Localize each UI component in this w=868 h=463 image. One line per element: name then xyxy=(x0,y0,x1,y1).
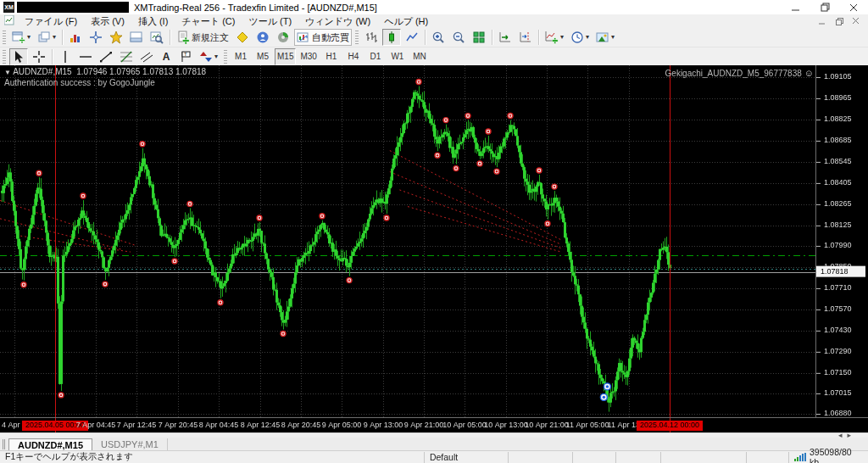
chart-window-icon xyxy=(4,15,14,27)
terminal-button[interactable] xyxy=(127,29,146,46)
divider xyxy=(492,30,492,45)
bar-chart-button[interactable] xyxy=(362,29,381,46)
divider xyxy=(52,49,53,64)
crosshair-tool-button[interactable] xyxy=(30,48,48,65)
svg-text:T: T xyxy=(184,52,187,57)
autotrading-label: 自動売買 xyxy=(312,31,349,44)
candlestick-chart-button[interactable] xyxy=(382,29,401,46)
child-restore-button[interactable] xyxy=(831,15,848,27)
menu-view[interactable]: 表示 (V) xyxy=(84,14,131,29)
market-watch-button[interactable] xyxy=(66,29,85,46)
metaeditor-button[interactable] xyxy=(233,29,252,46)
divider xyxy=(538,30,539,45)
menu-file[interactable]: ファイル (F) xyxy=(18,14,84,29)
trendline-tool-button[interactable] xyxy=(97,48,115,65)
status-cell xyxy=(616,452,661,463)
menu-insert[interactable]: 挿入 (I) xyxy=(131,14,175,29)
drawing-toolbar: A T ▾ M1 M5 M15 M30 H1 H4 D1 W1 MN xyxy=(0,47,868,65)
zoom-out-button[interactable] xyxy=(449,29,468,46)
tabbar-grip xyxy=(3,439,5,449)
toolbar-grip xyxy=(355,31,359,44)
arrows-tool-button[interactable]: ▾ xyxy=(197,48,220,65)
chart-window: ▼ AUDNZD#,M15 1.07946 1.07965 1.07813 1.… xyxy=(0,65,868,432)
periods-button[interactable]: ▾ xyxy=(568,29,592,46)
timeframe-m30-button[interactable]: M30 xyxy=(298,48,319,65)
status-profile[interactable]: Default xyxy=(425,452,509,463)
tab-audnzd-m15[interactable]: AUDNZD#,M15 xyxy=(8,438,92,450)
chart-tab-bar: AUDNZD#,M15 USDJPY#,M1 xyxy=(0,438,868,450)
divider xyxy=(62,30,63,45)
menu-bar: ファイル (F) 表示 (V) 挿入 (I) チャート (C) ツール (T) … xyxy=(0,14,868,28)
timeframe-m1-button[interactable]: M1 xyxy=(231,48,251,65)
connection-bars-icon xyxy=(794,453,806,461)
signals-button[interactable] xyxy=(274,29,292,46)
horizontal-line-tool-button[interactable] xyxy=(76,48,95,65)
chart-shift-button[interactable] xyxy=(516,29,535,46)
redacted-account xyxy=(17,2,129,13)
price-chart[interactable] xyxy=(0,65,868,432)
toolbar-grip xyxy=(224,50,227,64)
new-chart-button[interactable]: ▾ xyxy=(9,29,33,46)
menu-chart[interactable]: チャート (C) xyxy=(175,14,242,29)
profiles-button[interactable]: ▾ xyxy=(35,29,58,46)
child-minimize-button[interactable] xyxy=(814,15,831,27)
text-tool-button[interactable]: A xyxy=(158,48,175,65)
timeframe-d1-button[interactable]: D1 xyxy=(365,48,386,65)
status-cell xyxy=(509,452,572,463)
restore-button[interactable] xyxy=(810,0,839,14)
minimize-button[interactable] xyxy=(782,0,810,14)
title-bar: XM XMTrading-Real 256 - Tradexfin Limite… xyxy=(0,0,868,14)
traffic-label: 395098/80 kb xyxy=(810,447,863,463)
timeframe-w1-button[interactable]: W1 xyxy=(387,48,408,65)
channel-tool-button[interactable] xyxy=(137,48,156,65)
status-cell xyxy=(661,452,747,463)
new-order-button[interactable]: 新規注文 xyxy=(174,29,231,46)
label-tool-button[interactable]: T xyxy=(176,48,195,65)
status-cell xyxy=(573,452,617,463)
navigator-button[interactable] xyxy=(107,29,125,46)
line-chart-button[interactable] xyxy=(403,29,421,46)
autotrading-button[interactable]: 自動売買 xyxy=(294,29,352,46)
toolbar-grip xyxy=(3,50,6,64)
standard-toolbar: ▾ ▾ 新規注文 自動売買 ▾ ▾ ▾ xyxy=(0,28,868,47)
new-order-label: 新規注文 xyxy=(192,31,229,44)
indicators-button[interactable]: ▾ xyxy=(542,29,566,46)
child-close-button[interactable] xyxy=(848,15,865,27)
menu-tools[interactable]: ツール (T) xyxy=(242,14,298,29)
tile-windows-button[interactable] xyxy=(470,29,488,46)
menu-window[interactable]: ウィンドウ (W) xyxy=(298,14,377,29)
status-bar: F1キーでヘルプが表示されます Default 395098/80 kb xyxy=(0,450,868,463)
timeframe-m15-button[interactable]: M15 xyxy=(275,48,296,65)
vertical-line-tool-button[interactable] xyxy=(56,48,75,65)
divider xyxy=(170,30,170,45)
status-cell xyxy=(747,452,789,463)
divider xyxy=(425,30,426,45)
community-button[interactable] xyxy=(253,29,272,46)
menu-help[interactable]: ヘルプ (H) xyxy=(377,14,435,29)
toolbar-grip xyxy=(3,31,6,44)
strategy-tester-button[interactable] xyxy=(147,29,166,46)
data-window-button[interactable] xyxy=(86,29,105,46)
timeframe-h4-button[interactable]: H4 xyxy=(343,48,364,65)
close-button[interactable] xyxy=(839,0,868,14)
cursor-tool-button[interactable] xyxy=(9,48,28,65)
templates-button[interactable]: ▾ xyxy=(593,29,617,46)
zoom-in-button[interactable] xyxy=(429,29,448,46)
fibonacci-tool-button[interactable] xyxy=(117,48,136,65)
tab-usdjpy-m1[interactable]: USDJPY#,M1 xyxy=(92,438,168,450)
timeframe-m5-button[interactable]: M5 xyxy=(253,48,273,65)
timeframe-h1-button[interactable]: H1 xyxy=(321,48,342,65)
timeframe-mn-button[interactable]: MN xyxy=(409,48,430,65)
status-connection[interactable]: 395098/80 kb xyxy=(789,452,868,463)
window-title: XMTrading-Real 256 - Tradexfin Limited -… xyxy=(134,3,377,13)
app-icon: XM xyxy=(3,2,14,13)
auto-scroll-button[interactable] xyxy=(496,29,515,46)
status-help-text: F1キーでヘルプが表示されます xyxy=(0,452,425,463)
